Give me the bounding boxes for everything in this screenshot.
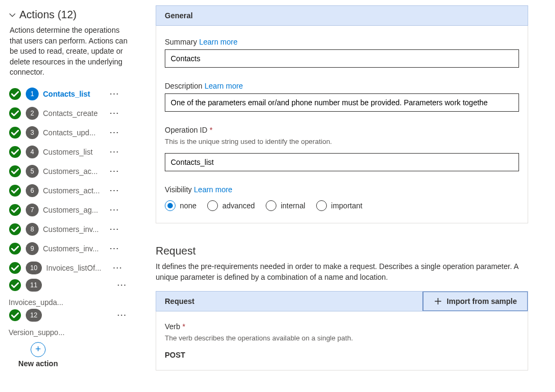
sidebar-description: Actions determine the operations that us…	[9, 25, 130, 78]
radio-icon	[266, 200, 276, 211]
operation-id-field: Operation ID * This is the unique string…	[165, 126, 519, 171]
action-item[interactable]: 3Contacts_upd...···	[9, 124, 130, 141]
description-learn-more-link[interactable]: Learn more	[205, 82, 243, 90]
action-label: Customers_inv...	[43, 225, 102, 234]
more-icon[interactable]: ···	[106, 243, 122, 254]
plus-icon	[434, 297, 442, 306]
action-label: Customers_ag...	[43, 206, 102, 214]
radio-icon	[207, 200, 218, 211]
operation-id-input[interactable]	[165, 153, 519, 171]
check-icon	[9, 242, 21, 255]
action-label: Customers_list	[43, 148, 102, 156]
request-panel: Verb * The verb describes the operations…	[156, 311, 528, 371]
check-icon	[9, 279, 21, 292]
action-number-badge: 10	[26, 262, 42, 274]
action-label: Customers_ac...	[43, 167, 102, 176]
required-indicator: *	[182, 322, 185, 331]
import-from-sample-button[interactable]: Import from sample	[422, 292, 528, 311]
more-icon[interactable]: ···	[106, 204, 122, 215]
svg-point-9	[9, 262, 21, 274]
summary-field: Summary Learn more	[165, 38, 519, 68]
radio-icon	[316, 200, 327, 211]
action-item[interactable]: 7Customers_ag...···	[9, 201, 130, 219]
chevron-down-icon	[9, 11, 16, 19]
radio-label: internal	[281, 201, 305, 210]
action-label: Contacts_list	[43, 90, 102, 98]
summary-input[interactable]	[165, 49, 519, 68]
svg-point-1	[9, 107, 21, 119]
visibility-learn-more-link[interactable]: Learn more	[194, 185, 232, 194]
more-icon[interactable]: ···	[106, 165, 122, 177]
visibility-radio-important[interactable]: important	[316, 200, 362, 211]
check-icon	[9, 262, 21, 274]
visibility-radio-group: noneadvancedinternalimportant	[165, 200, 519, 211]
svg-point-2	[9, 127, 21, 139]
verb-value: POST	[165, 351, 519, 359]
new-action[interactable]: + New action	[9, 342, 68, 368]
action-item[interactable]: 5Customers_ac...···	[9, 163, 130, 180]
action-item[interactable]: 9Customers_inv...···	[9, 240, 130, 257]
more-icon[interactable]: ···	[106, 223, 122, 235]
action-item[interactable]: 6Customers_act...···	[9, 182, 130, 199]
verb-help: The verb describes the operations availa…	[165, 334, 519, 342]
action-number-badge: 5	[26, 165, 39, 178]
description-field: Description Learn more	[165, 82, 519, 112]
more-icon[interactable]: ···	[106, 88, 122, 99]
check-icon	[9, 165, 21, 178]
action-item[interactable]: 12···Version_suppo...	[9, 309, 130, 337]
plus-icon[interactable]: +	[31, 342, 46, 357]
check-icon	[9, 223, 21, 236]
general-panel: Summary Learn more Description Learn mor…	[156, 26, 528, 223]
more-icon[interactable]: ···	[114, 279, 130, 291]
operation-id-label: Operation ID	[165, 126, 207, 134]
sidebar-header[interactable]: Actions (12)	[9, 9, 130, 21]
svg-point-8	[9, 243, 21, 255]
description-label: Description	[165, 82, 202, 90]
visibility-radio-none[interactable]: none	[165, 200, 196, 211]
more-icon[interactable]: ···	[106, 185, 122, 196]
action-item[interactable]: 2Contacts_create···	[9, 105, 130, 122]
required-indicator: *	[209, 126, 212, 134]
visibility-field: Visibility Learn more noneadvancedintern…	[165, 185, 519, 211]
action-number-badge: 2	[26, 107, 39, 120]
svg-point-4	[9, 165, 21, 177]
action-number-badge: 1	[26, 88, 39, 100]
request-header-row: Request Import from sample	[156, 291, 528, 311]
request-section-desc: It defines the pre-requirements needed i…	[156, 262, 528, 282]
action-item[interactable]: 4Customers_list···	[9, 143, 130, 161]
svg-point-5	[9, 185, 21, 197]
action-item[interactable]: 1Contacts_list···	[9, 85, 130, 103]
visibility-radio-advanced[interactable]: advanced	[207, 200, 255, 211]
svg-point-7	[9, 223, 21, 235]
check-icon	[9, 309, 21, 322]
radio-label: advanced	[222, 201, 255, 210]
action-item[interactable]: 8Customers_inv...···	[9, 221, 130, 238]
more-icon[interactable]: ···	[106, 107, 122, 119]
radio-label: important	[331, 201, 362, 210]
action-number-badge: 8	[26, 223, 39, 236]
action-label: Contacts_upd...	[43, 128, 102, 137]
description-input[interactable]	[165, 93, 519, 112]
check-icon	[9, 184, 21, 197]
action-number-badge: 6	[26, 184, 39, 197]
request-header: Request	[156, 292, 422, 311]
svg-point-10	[9, 279, 21, 291]
action-label: Invoices_upda...	[9, 298, 130, 307]
action-number-badge: 4	[26, 146, 39, 158]
more-icon[interactable]: ···	[109, 262, 126, 273]
action-label: Invoices_listOf...	[46, 264, 105, 272]
summary-label: Summary	[165, 38, 197, 46]
visibility-radio-internal[interactable]: internal	[266, 200, 305, 211]
action-item[interactable]: 11···Invoices_upda...	[9, 279, 130, 307]
visibility-label: Visibility	[165, 185, 192, 194]
verb-label: Verb	[165, 322, 180, 331]
more-icon[interactable]: ···	[114, 309, 130, 321]
main-content: General Summary Learn more Description L…	[134, 0, 555, 392]
more-icon[interactable]: ···	[106, 127, 122, 138]
check-icon	[9, 146, 21, 158]
action-number-badge: 11	[26, 279, 42, 292]
summary-learn-more-link[interactable]: Learn more	[199, 38, 238, 46]
action-item[interactable]: 10Invoices_listOf...···	[9, 259, 130, 277]
more-icon[interactable]: ···	[106, 146, 122, 157]
action-number-badge: 12	[26, 309, 42, 322]
